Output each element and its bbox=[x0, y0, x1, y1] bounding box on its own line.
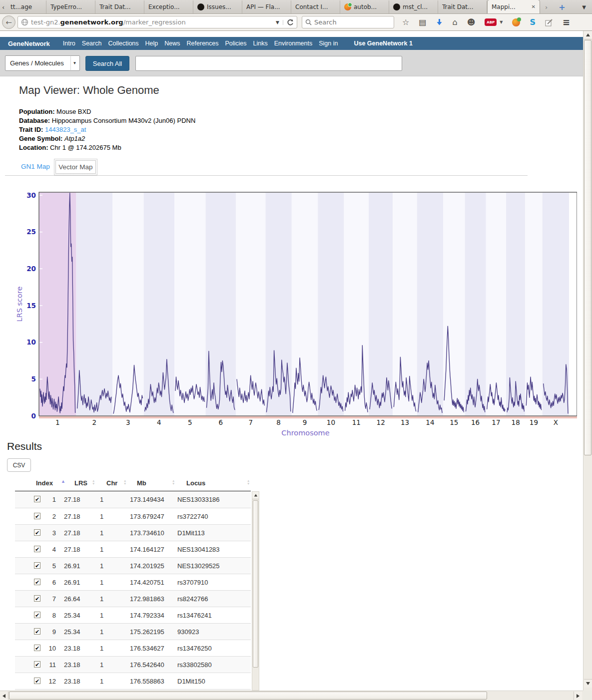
nav-item-policies[interactable]: Policies bbox=[225, 40, 247, 47]
results-body: ✔127.181173.149434NES13033186✔227.181173… bbox=[15, 491, 251, 689]
chromosome-band-13 bbox=[393, 193, 417, 416]
home-icon[interactable]: ⌂ bbox=[452, 17, 457, 27]
url-bar[interactable]: test-gn2.genenetwork.org/marker_regressi… bbox=[17, 16, 297, 28]
browser-search-input[interactable] bbox=[314, 18, 384, 26]
compose-icon[interactable] bbox=[545, 18, 553, 26]
cell-chr: 1 bbox=[100, 678, 103, 685]
nav-item-environments[interactable]: Environments bbox=[274, 40, 312, 47]
nav-item-news[interactable]: News bbox=[164, 40, 180, 47]
cell-mb: 176.542640 bbox=[130, 661, 164, 669]
browser-tab[interactable]: TypeErro... bbox=[46, 0, 95, 13]
browser-tab[interactable]: mst_cl... bbox=[389, 0, 438, 13]
table-scroll-up-icon[interactable] bbox=[252, 492, 259, 499]
browser-tab-label: Contact I... bbox=[295, 3, 328, 10]
select-dropdown-icon[interactable]: ▼ bbox=[70, 56, 78, 70]
back-button[interactable]: ← bbox=[2, 15, 15, 29]
cell-locus: NES13029525 bbox=[177, 562, 220, 570]
adblock-plus-icon[interactable]: ABP bbox=[485, 18, 497, 26]
sort-asc-icon[interactable]: ▲ bbox=[61, 479, 65, 484]
sort-both-icon[interactable]: ▲▼ bbox=[247, 479, 250, 485]
x-tick-label: 4 bbox=[157, 418, 161, 426]
y-tick-label: 20 bbox=[26, 265, 36, 273]
browser-tab[interactable]: tt...age bbox=[6, 0, 46, 13]
browser-tab-label: autob... bbox=[354, 3, 377, 10]
nav-item-intro[interactable]: Intro bbox=[63, 40, 75, 47]
table-row: ✔726.641172.981863rs8242766 bbox=[15, 590, 251, 607]
url-dropdown-icon[interactable]: ▼ bbox=[272, 20, 283, 25]
bookmark-star-icon[interactable]: ☆ bbox=[402, 17, 409, 27]
browser-tab[interactable]: Mappi...✕ bbox=[487, 0, 540, 13]
menu-icon[interactable]: ≡ bbox=[563, 17, 570, 27]
csv-button[interactable]: CSV bbox=[7, 458, 31, 472]
meta-label: Location: bbox=[19, 144, 48, 151]
browser-tab[interactable]: autob... bbox=[340, 0, 389, 13]
chat-icon[interactable]: ☻ bbox=[467, 17, 476, 27]
brand-link[interactable]: GeneNetwork bbox=[8, 40, 50, 47]
cell-lrs: 27.18 bbox=[64, 546, 80, 553]
col-header-index[interactable]: Index bbox=[36, 479, 53, 487]
y-tick-label: 0 bbox=[31, 412, 36, 420]
scroll-left-icon[interactable] bbox=[0, 692, 8, 700]
nav-item-references[interactable]: References bbox=[187, 40, 219, 47]
table-scrollbar-thumb[interactable] bbox=[253, 500, 258, 668]
sort-both-icon[interactable]: ▲▼ bbox=[92, 479, 95, 485]
browser-tab-strip: tt...ageTypeErro...Trait Dat...Exceptio.… bbox=[6, 0, 540, 13]
col-header-chr[interactable]: Chr bbox=[106, 479, 117, 487]
table-row: ✔526.911174.201925NES13029525 bbox=[15, 557, 251, 574]
extension-ball-icon[interactable] bbox=[512, 18, 520, 26]
nav-item-help[interactable]: Help bbox=[145, 40, 158, 47]
nav-item-links[interactable]: Links bbox=[253, 40, 268, 47]
browser-tab[interactable]: Exceptio... bbox=[144, 0, 193, 13]
browser-tab[interactable]: Issues... bbox=[193, 0, 242, 13]
browser-tab[interactable]: API — Fla... bbox=[242, 0, 291, 13]
sort-both-icon[interactable]: ▲▼ bbox=[172, 479, 175, 485]
scroll-right-icon[interactable] bbox=[574, 692, 582, 700]
url-text[interactable]: test-gn2.genenetwork.org/marker_regressi… bbox=[31, 18, 272, 26]
y-tick-label: 30 bbox=[26, 191, 36, 199]
horizontal-scrollbar-thumb[interactable] bbox=[9, 692, 487, 700]
meta-value[interactable]: 1443823_s_at bbox=[43, 126, 86, 133]
nav-use-gn1-link[interactable]: Use GeneNetwork 1 bbox=[354, 40, 412, 47]
cell-locus: D1Mit113 bbox=[177, 529, 205, 537]
new-tab-button[interactable]: + bbox=[553, 0, 571, 13]
table-row: ✔1023.181176.534627rs13476250 bbox=[15, 640, 251, 656]
col-header-mb[interactable]: Mb bbox=[137, 479, 146, 487]
sort-both-icon[interactable]: ▲▼ bbox=[123, 479, 126, 485]
scroll-up-icon[interactable] bbox=[584, 31, 592, 39]
horizontal-scrollbar[interactable] bbox=[0, 691, 583, 700]
vertical-scrollbar[interactable] bbox=[583, 31, 592, 691]
table-row: ✔1223.181176.558863D1Mit150 bbox=[15, 673, 251, 689]
reload-icon[interactable] bbox=[283, 19, 294, 26]
search-category-select[interactable]: Genes / Molecules ▼ bbox=[5, 55, 80, 71]
nav-item-collections[interactable]: Collections bbox=[108, 40, 138, 47]
list-all-tabs-icon[interactable]: ▼ bbox=[576, 0, 592, 13]
col-header-lrs[interactable]: LRS bbox=[74, 479, 87, 487]
col-header-locus[interactable]: Locus bbox=[186, 479, 205, 487]
adblock-dropdown-icon[interactable]: ▼ bbox=[500, 20, 503, 24]
table-scrollbar[interactable] bbox=[252, 491, 259, 691]
site-search-input[interactable] bbox=[135, 56, 402, 71]
browser-tab[interactable]: Trait Dat... bbox=[438, 0, 487, 13]
tab-scroll-left-icon[interactable]: ‹ bbox=[0, 0, 6, 13]
fireball-favicon-icon bbox=[344, 3, 351, 10]
nav-item-search[interactable]: Search bbox=[82, 40, 102, 47]
tab-vector-map[interactable]: Vector Map bbox=[54, 159, 97, 175]
x-tick-label: 5 bbox=[188, 418, 192, 426]
scroll-down-icon[interactable] bbox=[584, 679, 592, 688]
tab-close-icon[interactable]: ✕ bbox=[530, 4, 536, 9]
tab-gn1-map[interactable]: GN1 Map bbox=[21, 163, 50, 170]
browser-tab[interactable]: Trait Dat... bbox=[95, 0, 144, 13]
tab-overflow-right-icon[interactable]: › bbox=[540, 0, 553, 13]
browser-window: ‹ tt...ageTypeErro...Trait Dat...Excepti… bbox=[0, 0, 592, 700]
vertical-scrollbar-thumb[interactable] bbox=[584, 40, 592, 455]
downloads-icon[interactable] bbox=[436, 18, 443, 26]
search-all-button[interactable]: Search All bbox=[85, 56, 129, 71]
table-row: ✔427.181174.164127NES13041283 bbox=[15, 541, 251, 557]
browser-tab-label: Exceptio... bbox=[148, 3, 180, 10]
skype-icon[interactable]: S bbox=[530, 17, 536, 27]
cell-chr: 1 bbox=[100, 496, 103, 503]
nav-item-sign-in[interactable]: Sign in bbox=[319, 40, 338, 47]
browser-tab[interactable]: Contact I... bbox=[291, 0, 340, 13]
browser-search-box[interactable] bbox=[302, 16, 394, 28]
reading-list-icon[interactable]: ▤ bbox=[419, 17, 426, 27]
